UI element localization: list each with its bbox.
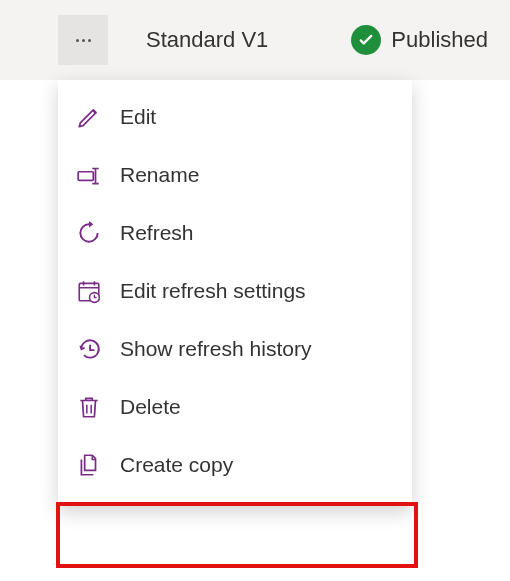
menu-item-refresh[interactable]: Refresh bbox=[58, 204, 412, 262]
menu-item-label: Create copy bbox=[120, 453, 233, 477]
create-copy-icon bbox=[76, 452, 102, 478]
delete-icon bbox=[76, 394, 102, 420]
toolbar: Standard V1 Published bbox=[0, 0, 510, 80]
context-menu: Edit Rename Refresh Edi bbox=[58, 80, 412, 506]
more-icon bbox=[76, 39, 91, 42]
menu-item-label: Rename bbox=[120, 163, 199, 187]
menu-item-label: Delete bbox=[120, 395, 181, 419]
svg-rect-0 bbox=[78, 172, 93, 181]
refresh-icon bbox=[76, 220, 102, 246]
refresh-settings-icon bbox=[76, 278, 102, 304]
menu-item-rename[interactable]: Rename bbox=[58, 146, 412, 204]
menu-item-delete[interactable]: Delete bbox=[58, 378, 412, 436]
menu-item-label: Show refresh history bbox=[120, 337, 311, 361]
highlight-annotation bbox=[56, 502, 418, 568]
menu-item-label: Refresh bbox=[120, 221, 194, 245]
menu-item-label: Edit refresh settings bbox=[120, 279, 306, 303]
more-options-button[interactable] bbox=[58, 15, 108, 65]
status-label: Published bbox=[391, 27, 488, 53]
edit-icon bbox=[76, 104, 102, 130]
menu-item-label: Edit bbox=[120, 105, 156, 129]
menu-item-create-copy[interactable]: Create copy bbox=[58, 436, 412, 494]
menu-item-edit[interactable]: Edit bbox=[58, 88, 412, 146]
refresh-history-icon bbox=[76, 336, 102, 362]
menu-item-refresh-history[interactable]: Show refresh history bbox=[58, 320, 412, 378]
rename-icon bbox=[76, 162, 102, 188]
menu-item-refresh-settings[interactable]: Edit refresh settings bbox=[58, 262, 412, 320]
page-title: Standard V1 bbox=[146, 27, 268, 53]
checkmark-icon bbox=[351, 25, 381, 55]
status-badge: Published bbox=[351, 25, 488, 55]
